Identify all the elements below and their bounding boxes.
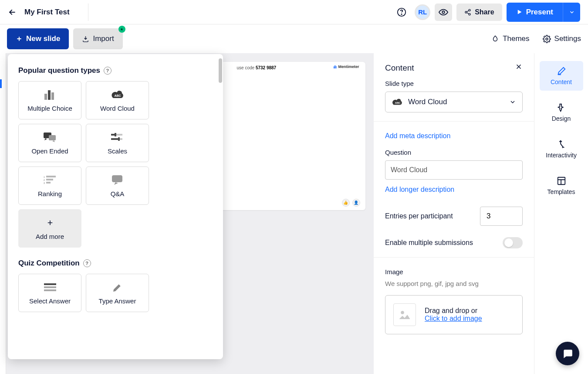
close-icon: [515, 63, 523, 71]
section1-title: Popular question types: [18, 66, 100, 75]
slide-type-value: Word Cloud: [408, 98, 447, 106]
svg-rect-24: [118, 137, 120, 141]
tile-scales[interactable]: Scales: [86, 124, 149, 162]
toolbar-right: Themes Settings: [491, 34, 581, 43]
quiz-competition-heading: Quiz Competition ?: [18, 259, 213, 268]
themes-label: Themes: [503, 34, 529, 43]
svg-rect-18: [49, 135, 56, 140]
user-avatar[interactable]: RL: [415, 4, 430, 20]
popover-scrollbar[interactable]: [219, 58, 222, 83]
import-button[interactable]: Import: [73, 28, 122, 49]
slide-brand-logo: Mentimeter: [334, 65, 359, 69]
pin-icon: [557, 103, 566, 112]
quiz-type-grid: Select Answer Type Answer: [18, 274, 213, 312]
present-dropdown-button[interactable]: [563, 3, 580, 22]
present-button[interactable]: Present: [507, 3, 563, 22]
new-slide-button[interactable]: New slide: [7, 28, 69, 49]
rail-tab-label: Design: [552, 115, 571, 122]
themes-icon: [491, 35, 499, 43]
svg-rect-15: [51, 92, 54, 100]
chevron-down-icon: [509, 99, 516, 105]
help-circle-icon[interactable]: ?: [83, 259, 91, 267]
image-drop-line1: Drag and drop or: [425, 307, 477, 314]
click-to-add-image-link[interactable]: Click to add image: [425, 315, 482, 322]
tile-ranking[interactable]: 123 Ranking: [18, 167, 81, 205]
add-meta-description-link[interactable]: Add meta description: [385, 132, 450, 139]
tile-open-ended[interactable]: Open Ended: [18, 124, 81, 162]
svg-rect-9: [336, 66, 337, 68]
svg-rect-26: [46, 176, 56, 177]
settings-link[interactable]: Settings: [543, 34, 581, 43]
popular-question-types-heading: Popular question types ?: [18, 66, 213, 75]
svg-rect-34: [44, 289, 56, 291]
image-drop-text: Drag and drop or Click to add image: [425, 307, 482, 323]
presentation-title[interactable]: My First Test: [24, 8, 70, 17]
svg-point-11: [401, 311, 404, 314]
tile-label: Scales: [108, 147, 127, 155]
add-longer-description-link[interactable]: Add longer description: [385, 186, 523, 194]
tile-multiple-choice[interactable]: Multiple Choice: [18, 81, 81, 119]
help-circle-icon[interactable]: ?: [104, 67, 112, 75]
rail-tab-label: Content: [551, 78, 572, 85]
chat-icon: [562, 348, 573, 359]
toolbar-left: New slide Import: [7, 28, 123, 49]
svg-point-4: [465, 11, 467, 13]
rail-tab-design[interactable]: Design: [540, 98, 583, 127]
question-label: Question: [385, 149, 523, 156]
play-icon: [516, 9, 523, 15]
header-left: My First Test: [8, 3, 88, 21]
tile-type-answer[interactable]: Type Answer: [86, 274, 149, 312]
tile-word-cloud[interactable]: ABC Word Cloud: [86, 81, 149, 119]
back-arrow-icon[interactable]: [8, 8, 17, 17]
svg-rect-23: [111, 138, 119, 140]
svg-point-1: [401, 14, 402, 14]
help-icon[interactable]: [393, 3, 410, 21]
rail-tab-content[interactable]: Content: [540, 61, 583, 91]
themes-link[interactable]: Themes: [491, 34, 529, 43]
multi-submissions-toggle[interactable]: [503, 237, 523, 248]
image-section-label: Image: [385, 268, 523, 275]
svg-rect-7: [334, 66, 335, 68]
edit-icon: [557, 66, 566, 76]
plus-icon: [16, 35, 23, 42]
present-label: Present: [526, 8, 553, 17]
svg-point-6: [546, 38, 548, 40]
toolbar: New slide Import Themes Settings: [0, 24, 588, 53]
svg-text:ABC: ABC: [395, 102, 400, 104]
panel-close-button[interactable]: [515, 63, 523, 73]
new-slide-label: New slide: [26, 34, 60, 43]
tile-label: Word Cloud: [100, 105, 135, 112]
image-dropzone[interactable]: Drag and drop or Click to add image: [385, 295, 523, 334]
main-area: use code 5732 9887 Mentimeter 👍 👤 Conten…: [0, 53, 588, 374]
code-prefix: use code: [237, 65, 255, 70]
tile-select-answer[interactable]: Select Answer: [18, 274, 81, 312]
share-button[interactable]: Share: [456, 3, 502, 21]
svg-text:3: 3: [44, 182, 45, 184]
panel-header: Content: [374, 53, 534, 80]
svg-text:1: 1: [44, 176, 45, 178]
rail-tab-interactivity[interactable]: Interactivity: [540, 134, 583, 164]
svg-text:ABC: ABC: [114, 94, 121, 97]
person-icon[interactable]: 👤: [352, 199, 360, 207]
svg-rect-28: [46, 179, 53, 180]
code-value: 5732 9887: [256, 65, 276, 70]
help-chat-button[interactable]: [556, 342, 579, 365]
wordcloud-icon: ABC: [392, 97, 404, 107]
chevron-down-icon: [569, 9, 575, 15]
svg-rect-31: [112, 175, 122, 182]
entries-input[interactable]: [480, 207, 523, 226]
question-input[interactable]: [385, 160, 523, 180]
rail-tab-templates[interactable]: Templates: [540, 171, 583, 201]
preview-icon[interactable]: [435, 3, 452, 21]
share-icon: [464, 9, 471, 16]
svg-point-3: [469, 9, 470, 11]
svg-rect-33: [44, 286, 56, 288]
tile-qa[interactable]: Q&A: [86, 167, 149, 205]
slide-type-select[interactable]: ABC Word Cloud: [385, 92, 523, 112]
import-icon: [82, 35, 89, 43]
tile-label: Ranking: [38, 190, 62, 197]
tile-add-more[interactable]: Add more: [18, 209, 81, 248]
thumbs-up-icon[interactable]: 👍: [342, 199, 350, 207]
content-panel: Content Slide type ABC Word Cloud Add me…: [374, 53, 534, 374]
tile-label: Add more: [36, 233, 64, 240]
